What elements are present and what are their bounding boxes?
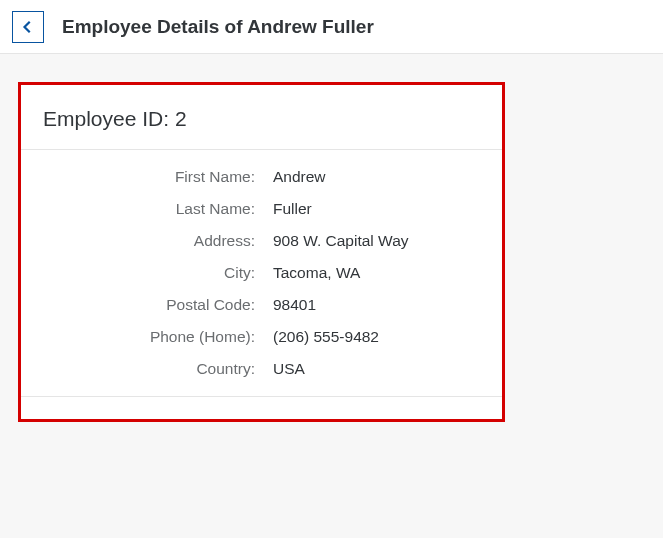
page-header: Employee Details of Andrew Fuller [0,0,663,54]
value-last-name: Fuller [273,200,312,218]
content-area: Employee ID: 2 First Name: Andrew Last N… [0,54,663,440]
value-address: 908 W. Capital Way [273,232,409,250]
label-last-name: Last Name: [43,200,273,218]
label-postal-code: Postal Code: [43,296,273,314]
row-postal-code: Postal Code: 98401 [43,296,480,314]
value-postal-code: 98401 [273,296,316,314]
value-city: Tacoma, WA [273,264,360,282]
card-title: Employee ID: 2 [43,107,480,131]
row-first-name: First Name: Andrew [43,168,480,186]
label-city: City: [43,264,273,282]
page-title: Employee Details of Andrew Fuller [62,16,374,38]
chevron-left-icon [21,20,35,34]
value-phone-home: (206) 555-9482 [273,328,379,346]
form-body: First Name: Andrew Last Name: Fuller Add… [21,150,502,397]
card-header: Employee ID: 2 [21,85,502,150]
value-country: USA [273,360,305,378]
label-country: Country: [43,360,273,378]
employee-card: Employee ID: 2 First Name: Andrew Last N… [18,82,505,422]
label-first-name: First Name: [43,168,273,186]
row-last-name: Last Name: Fuller [43,200,480,218]
row-phone-home: Phone (Home): (206) 555-9482 [43,328,480,346]
value-first-name: Andrew [273,168,326,186]
label-address: Address: [43,232,273,250]
label-phone-home: Phone (Home): [43,328,273,346]
back-button[interactable] [12,11,44,43]
row-city: City: Tacoma, WA [43,264,480,282]
row-country: Country: USA [43,360,480,378]
row-address: Address: 908 W. Capital Way [43,232,480,250]
